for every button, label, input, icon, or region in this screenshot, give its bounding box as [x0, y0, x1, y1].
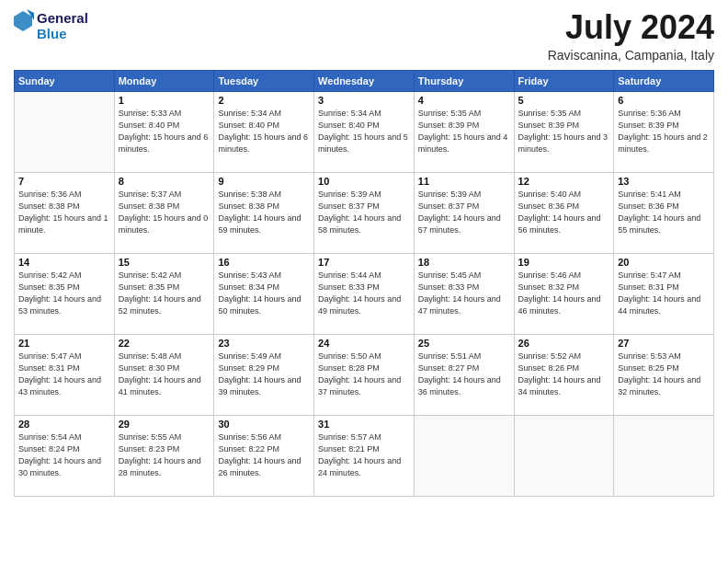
day-cell: [15, 91, 115, 172]
day-number: 12: [518, 176, 610, 187]
day-number: 14: [18, 257, 110, 268]
day-cell: [614, 415, 714, 496]
day-info: Sunrise: 5:33 AM Sunset: 8:40 PM Dayligh…: [119, 108, 210, 155]
day-cell: 19Sunrise: 5:46 AM Sunset: 8:32 PM Dayli…: [514, 253, 614, 334]
day-info: Sunrise: 5:49 AM Sunset: 8:29 PM Dayligh…: [218, 350, 310, 398]
day-number: 5: [518, 95, 610, 106]
day-cell: 25Sunrise: 5:51 AM Sunset: 8:27 PM Dayli…: [414, 334, 514, 415]
day-cell: 23Sunrise: 5:49 AM Sunset: 8:29 PM Dayli…: [214, 334, 314, 415]
week-row-3: 21Sunrise: 5:47 AM Sunset: 8:31 PM Dayli…: [15, 334, 714, 415]
day-cell: 4Sunrise: 5:35 AM Sunset: 8:39 PM Daylig…: [414, 91, 514, 172]
location-title: Raviscanina, Campania, Italy: [548, 48, 714, 63]
day-info: Sunrise: 5:35 AM Sunset: 8:39 PM Dayligh…: [418, 108, 510, 155]
day-number: 8: [119, 176, 210, 187]
day-number: 2: [218, 95, 310, 106]
day-cell: 8Sunrise: 5:37 AM Sunset: 8:38 PM Daylig…: [114, 172, 214, 253]
day-cell: 22Sunrise: 5:48 AM Sunset: 8:30 PM Dayli…: [114, 334, 214, 415]
day-number: 26: [518, 338, 610, 349]
col-sunday: Sunday: [15, 70, 115, 91]
day-info: Sunrise: 5:35 AM Sunset: 8:39 PM Dayligh…: [518, 108, 610, 155]
col-monday: Monday: [114, 70, 214, 91]
day-info: Sunrise: 5:39 AM Sunset: 8:37 PM Dayligh…: [418, 189, 510, 236]
day-cell: 1Sunrise: 5:33 AM Sunset: 8:40 PM Daylig…: [114, 91, 214, 172]
day-number: 27: [618, 338, 710, 349]
day-number: 4: [418, 95, 510, 106]
day-cell: 29Sunrise: 5:55 AM Sunset: 8:23 PM Dayli…: [114, 415, 214, 496]
svg-marker-0: [14, 11, 32, 31]
day-number: 28: [18, 419, 110, 430]
day-cell: 27Sunrise: 5:53 AM Sunset: 8:25 PM Dayli…: [614, 334, 714, 415]
col-wednesday: Wednesday: [314, 70, 415, 91]
header-row: Sunday Monday Tuesday Wednesday Thursday…: [15, 70, 714, 91]
title-block: July 2024 Raviscanina, Campania, Italy: [548, 9, 714, 63]
day-number: 25: [418, 338, 510, 349]
day-number: 30: [218, 419, 310, 430]
day-cell: 30Sunrise: 5:56 AM Sunset: 8:22 PM Dayli…: [214, 415, 314, 496]
day-info: Sunrise: 5:36 AM Sunset: 8:39 PM Dayligh…: [618, 108, 710, 155]
day-number: 18: [418, 257, 510, 268]
day-cell: 12Sunrise: 5:40 AM Sunset: 8:36 PM Dayli…: [514, 172, 614, 253]
day-number: 20: [618, 257, 710, 268]
header: General Blue July 2024 Raviscanina, Camp…: [14, 9, 714, 63]
day-info: Sunrise: 5:43 AM Sunset: 8:34 PM Dayligh…: [218, 270, 310, 317]
day-number: 23: [218, 338, 310, 349]
day-info: Sunrise: 5:37 AM Sunset: 8:38 PM Dayligh…: [119, 189, 210, 236]
col-saturday: Saturday: [614, 70, 714, 91]
calendar-page: General Blue July 2024 Raviscanina, Camp…: [0, 0, 728, 563]
day-cell: 26Sunrise: 5:52 AM Sunset: 8:26 PM Dayli…: [514, 334, 614, 415]
day-cell: 17Sunrise: 5:44 AM Sunset: 8:33 PM Dayli…: [314, 253, 415, 334]
logo-blue: Blue: [37, 26, 88, 41]
day-number: 21: [18, 338, 110, 349]
day-info: Sunrise: 5:47 AM Sunset: 8:31 PM Dayligh…: [18, 350, 110, 398]
day-number: 15: [119, 257, 210, 268]
day-cell: 6Sunrise: 5:36 AM Sunset: 8:39 PM Daylig…: [614, 91, 714, 172]
day-info: Sunrise: 5:47 AM Sunset: 8:31 PM Dayligh…: [618, 270, 710, 317]
day-cell: [514, 415, 614, 496]
day-info: Sunrise: 5:54 AM Sunset: 8:24 PM Dayligh…: [18, 431, 110, 479]
day-cell: [414, 415, 514, 496]
day-info: Sunrise: 5:39 AM Sunset: 8:37 PM Dayligh…: [318, 189, 410, 236]
week-row-4: 28Sunrise: 5:54 AM Sunset: 8:24 PM Dayli…: [15, 415, 714, 496]
day-cell: 14Sunrise: 5:42 AM Sunset: 8:35 PM Dayli…: [15, 253, 115, 334]
day-number: 13: [618, 176, 710, 187]
day-cell: 16Sunrise: 5:43 AM Sunset: 8:34 PM Dayli…: [214, 253, 314, 334]
day-number: 3: [318, 95, 410, 106]
day-info: Sunrise: 5:38 AM Sunset: 8:38 PM Dayligh…: [218, 189, 310, 236]
day-number: 22: [119, 338, 210, 349]
day-cell: 5Sunrise: 5:35 AM Sunset: 8:39 PM Daylig…: [514, 91, 614, 172]
day-cell: 20Sunrise: 5:47 AM Sunset: 8:31 PM Dayli…: [614, 253, 714, 334]
day-number: 29: [119, 419, 210, 430]
day-info: Sunrise: 5:55 AM Sunset: 8:23 PM Dayligh…: [119, 431, 210, 479]
logo-general: General: [37, 10, 88, 26]
day-info: Sunrise: 5:57 AM Sunset: 8:21 PM Dayligh…: [318, 431, 410, 479]
week-row-1: 7Sunrise: 5:36 AM Sunset: 8:38 PM Daylig…: [15, 172, 714, 253]
day-info: Sunrise: 5:34 AM Sunset: 8:40 PM Dayligh…: [218, 108, 310, 155]
day-cell: 18Sunrise: 5:45 AM Sunset: 8:33 PM Dayli…: [414, 253, 514, 334]
logo: General Blue: [14, 9, 88, 42]
day-cell: 21Sunrise: 5:47 AM Sunset: 8:31 PM Dayli…: [15, 334, 115, 415]
day-info: Sunrise: 5:36 AM Sunset: 8:38 PM Dayligh…: [18, 189, 110, 236]
day-number: 6: [618, 95, 710, 106]
day-info: Sunrise: 5:56 AM Sunset: 8:22 PM Dayligh…: [218, 431, 310, 479]
day-info: Sunrise: 5:40 AM Sunset: 8:36 PM Dayligh…: [518, 189, 610, 236]
day-info: Sunrise: 5:42 AM Sunset: 8:35 PM Dayligh…: [18, 270, 110, 317]
calendar-table: Sunday Monday Tuesday Wednesday Thursday…: [14, 70, 714, 497]
day-cell: 10Sunrise: 5:39 AM Sunset: 8:37 PM Dayli…: [314, 172, 415, 253]
day-info: Sunrise: 5:50 AM Sunset: 8:28 PM Dayligh…: [318, 350, 410, 398]
day-number: 11: [418, 176, 510, 187]
day-number: 7: [18, 176, 110, 187]
day-cell: 13Sunrise: 5:41 AM Sunset: 8:36 PM Dayli…: [614, 172, 714, 253]
day-cell: 28Sunrise: 5:54 AM Sunset: 8:24 PM Dayli…: [15, 415, 115, 496]
day-info: Sunrise: 5:48 AM Sunset: 8:30 PM Dayligh…: [119, 350, 210, 398]
day-cell: 31Sunrise: 5:57 AM Sunset: 8:21 PM Dayli…: [314, 415, 415, 496]
day-number: 9: [218, 176, 310, 187]
day-cell: 11Sunrise: 5:39 AM Sunset: 8:37 PM Dayli…: [414, 172, 514, 253]
day-info: Sunrise: 5:53 AM Sunset: 8:25 PM Dayligh…: [618, 350, 710, 398]
day-number: 31: [318, 419, 410, 430]
day-info: Sunrise: 5:46 AM Sunset: 8:32 PM Dayligh…: [518, 270, 610, 317]
logo-icon: [14, 9, 34, 42]
col-thursday: Thursday: [414, 70, 514, 91]
day-number: 17: [318, 257, 410, 268]
week-row-2: 14Sunrise: 5:42 AM Sunset: 8:35 PM Dayli…: [15, 253, 714, 334]
day-cell: 2Sunrise: 5:34 AM Sunset: 8:40 PM Daylig…: [214, 91, 314, 172]
